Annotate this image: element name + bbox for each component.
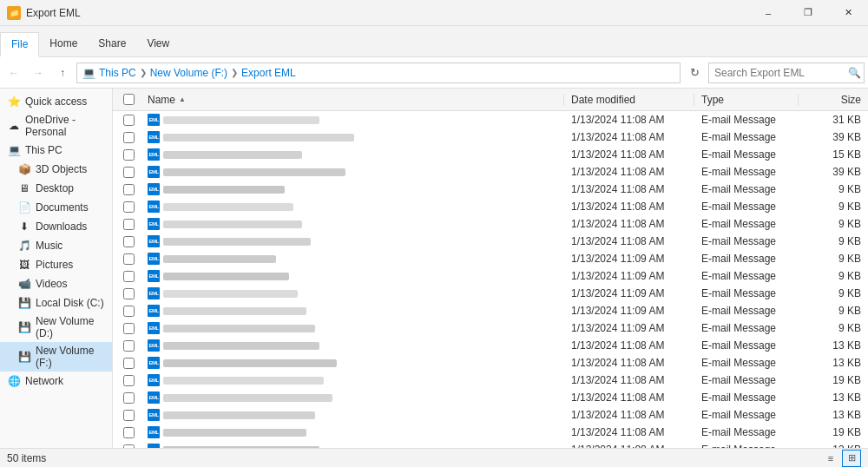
row-checkbox[interactable] — [123, 184, 135, 195]
select-all-checkbox[interactable] — [123, 94, 135, 105]
file-date-cell: 1/13/2024 11:08 AM — [564, 218, 694, 230]
eml-file-icon: EML — [148, 287, 160, 299]
sidebar-item-onedrive[interactable]: ☁ OneDrive - Personal — [0, 111, 112, 141]
table-row[interactable]: EML 1/13/2024 11:08 AM E-mail Message 15… — [113, 146, 868, 163]
sidebar-item-localdisk-c[interactable]: 💾 Local Disk (C:) — [0, 293, 112, 312]
row-checkbox[interactable] — [123, 236, 135, 247]
ribbon-tab-share[interactable]: Share — [88, 32, 136, 56]
path-sep1: ❯ — [140, 68, 147, 77]
file-type-cell: E-mail Message — [694, 305, 799, 317]
file-type-cell: E-mail Message — [694, 131, 799, 143]
path-thispc[interactable]: This PC — [99, 67, 136, 79]
row-checkbox[interactable] — [123, 149, 135, 161]
table-row[interactable]: EML 1/13/2024 11:08 AM E-mail Message 13… — [113, 354, 868, 372]
search-input[interactable] — [714, 67, 845, 79]
sidebar-item-3dobjects[interactable]: 📦 3D Objects — [0, 160, 112, 179]
file-name-cell: EML — [144, 218, 564, 230]
view-tiles-button[interactable]: ⊞ — [842, 450, 861, 467]
eml-file-icon: EML — [148, 305, 160, 317]
sidebar-item-desktop[interactable]: 🖥 Desktop — [0, 179, 112, 198]
close-button[interactable]: ✕ — [828, 0, 868, 26]
table-row[interactable]: EML 1/13/2024 11:09 AM E-mail Message 9 … — [113, 302, 868, 319]
view-details-button[interactable]: ≡ — [821, 450, 840, 467]
eml-file-icon: EML — [148, 357, 160, 369]
row-checkbox[interactable] — [123, 340, 135, 352]
sidebar-item-pictures[interactable]: 🖼 Pictures — [0, 255, 112, 274]
table-row[interactable]: EML 1/13/2024 11:08 AM E-mail Message 9 … — [113, 181, 868, 198]
sidebar-item-network[interactable]: 🌐 Network — [0, 372, 112, 391]
row-checkbox[interactable] — [123, 358, 135, 369]
row-checkbox[interactable] — [123, 306, 135, 317]
table-row[interactable]: EML 1/13/2024 11:08 AM E-mail Message 19… — [113, 424, 868, 441]
sidebar-item-videos[interactable]: 📹 Videos — [0, 274, 112, 293]
forward-button[interactable]: → — [28, 62, 49, 83]
address-path[interactable]: 💻 This PC ❯ New Volume (F:) ❯ Export EML — [76, 62, 681, 83]
up-button[interactable]: ↑ — [52, 62, 73, 83]
ribbon-tab-home[interactable]: Home — [39, 32, 88, 56]
quick-access-icon: ⭐ — [7, 95, 21, 109]
table-row[interactable]: EML 1/13/2024 11:09 AM E-mail Message 9 … — [113, 285, 868, 302]
table-row[interactable]: EML 1/13/2024 11:08 AM E-mail Message 9 … — [113, 215, 868, 233]
column-size[interactable]: Size — [799, 94, 868, 106]
table-row[interactable]: EML 1/13/2024 11:08 AM E-mail Message 39… — [113, 128, 868, 146]
table-row[interactable]: EML 1/13/2024 11:08 AM E-mail Message 9 … — [113, 198, 868, 215]
table-row[interactable]: EML 1/13/2024 11:09 AM E-mail Message 9 … — [113, 250, 868, 267]
row-checkbox[interactable] — [123, 115, 135, 126]
back-button[interactable]: ← — [3, 62, 24, 83]
file-type-cell: E-mail Message — [694, 148, 799, 161]
file-date-cell: 1/13/2024 11:08 AM — [564, 131, 694, 143]
sidebar-item-documents[interactable]: 📄 Documents — [0, 198, 112, 217]
path-export-eml[interactable]: Export EML — [241, 67, 296, 79]
row-checkbox[interactable] — [123, 427, 135, 438]
sidebar-item-thispc[interactable]: 💻 This PC — [0, 141, 112, 160]
row-checkbox[interactable] — [123, 167, 135, 178]
table-row[interactable]: EML 1/13/2024 11:08 AM E-mail Message 13… — [113, 337, 868, 354]
table-row[interactable]: EML 1/13/2024 11:08 AM E-mail Message 13… — [113, 389, 868, 406]
sidebar-item-volume-f[interactable]: 💾 New Volume (F:) — [0, 342, 112, 372]
row-checkbox-area — [113, 271, 144, 282]
minimize-button[interactable]: – — [748, 0, 788, 26]
table-row[interactable]: EML 1/13/2024 11:09 AM E-mail Message 9 … — [113, 319, 868, 337]
sidebar-item-quick-access[interactable]: ⭐ Quick access — [0, 92, 112, 111]
table-row[interactable]: EML 1/13/2024 11:08 AM E-mail Message 13… — [113, 441, 868, 448]
eml-file-icon: EML — [148, 409, 160, 421]
sidebar-item-music[interactable]: 🎵 Music — [0, 236, 112, 255]
file-name-cell: EML — [144, 374, 564, 386]
table-row[interactable]: EML 1/13/2024 11:08 AM E-mail Message 13… — [113, 406, 868, 424]
row-checkbox[interactable] — [123, 323, 135, 334]
file-size-cell: 19 KB — [799, 374, 868, 386]
row-checkbox[interactable] — [123, 392, 135, 404]
column-date[interactable]: Date modified — [564, 94, 694, 106]
row-checkbox[interactable] — [123, 271, 135, 282]
row-checkbox[interactable] — [123, 219, 135, 230]
header-checkbox-area[interactable] — [113, 94, 144, 105]
file-size-cell: 9 KB — [799, 218, 868, 230]
row-checkbox[interactable] — [123, 288, 135, 299]
table-row[interactable]: EML 1/13/2024 11:08 AM E-mail Message 39… — [113, 163, 868, 181]
eml-file-icon: EML — [148, 426, 160, 438]
table-row[interactable]: EML 1/13/2024 11:08 AM E-mail Message 9 … — [113, 233, 868, 250]
sidebar-label-network: Network — [25, 375, 63, 387]
maximize-button[interactable]: ❐ — [788, 0, 828, 26]
file-size-cell: 9 KB — [799, 322, 868, 334]
refresh-button[interactable]: ↻ — [684, 62, 705, 83]
row-checkbox[interactable] — [123, 375, 135, 386]
pictures-icon: 🖼 — [17, 258, 31, 272]
row-checkbox[interactable] — [123, 132, 135, 143]
table-row[interactable]: EML 1/13/2024 11:08 AM E-mail Message 31… — [113, 111, 868, 128]
sidebar-item-volume-d[interactable]: 💾 New Volume (D:) — [0, 312, 112, 342]
ribbon-tab-view[interactable]: View — [136, 32, 180, 56]
column-type[interactable]: Type — [694, 94, 799, 106]
row-checkbox[interactable] — [123, 201, 135, 213]
table-row[interactable]: EML 1/13/2024 11:08 AM E-mail Message 19… — [113, 372, 868, 389]
sidebar-label-pictures: Pictures — [36, 259, 73, 271]
path-volume-f[interactable]: New Volume (F:) — [150, 67, 227, 79]
table-row[interactable]: EML 1/13/2024 11:09 AM E-mail Message 9 … — [113, 267, 868, 285]
row-checkbox[interactable] — [123, 253, 135, 265]
file-name-cell: EML — [144, 339, 564, 352]
file-name-cell: EML — [144, 287, 564, 299]
column-name[interactable]: Name ▲ — [144, 94, 564, 106]
ribbon-tab-file[interactable]: File — [0, 32, 39, 57]
row-checkbox[interactable] — [123, 410, 135, 421]
sidebar-item-downloads[interactable]: ⬇ Downloads — [0, 217, 112, 236]
